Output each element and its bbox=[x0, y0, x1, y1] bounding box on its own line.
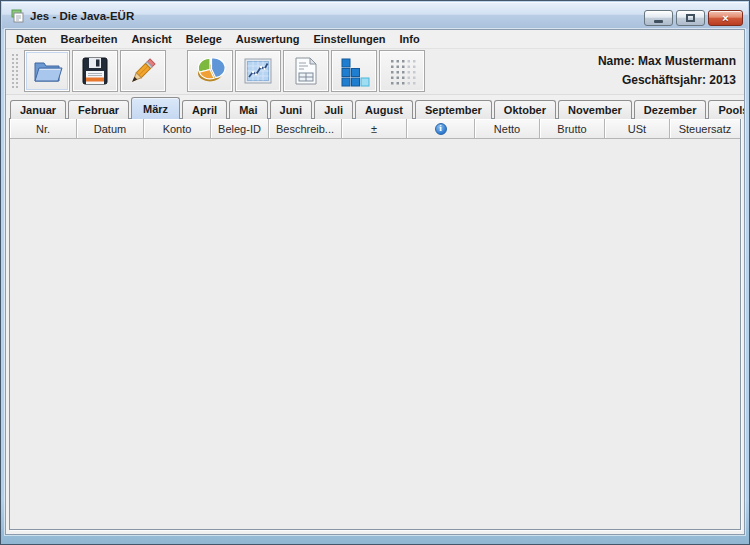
edit-pencil-icon bbox=[127, 55, 159, 87]
tab-november[interactable]: November bbox=[558, 100, 632, 119]
line-chart-button[interactable] bbox=[235, 50, 281, 92]
menu-item-info[interactable]: Info bbox=[393, 31, 427, 47]
user-info: Name: Max Mustermann Geschäftsjahr: 2013 bbox=[598, 55, 738, 87]
tab-januar[interactable]: Januar bbox=[10, 100, 66, 119]
column-header-konto[interactable]: Konto bbox=[144, 119, 211, 139]
table-header-row: Nr.DatumKontoBeleg-IDBeschreib...±NettoB… bbox=[10, 119, 740, 139]
column-header-brutto[interactable]: Brutto bbox=[540, 119, 605, 139]
info-icon bbox=[435, 123, 447, 135]
column-header--[interactable]: ± bbox=[342, 119, 407, 139]
tab-februar[interactable]: Februar bbox=[68, 100, 129, 119]
tab-pools[interactable]: Pools bbox=[708, 100, 745, 119]
pie-chart-button[interactable] bbox=[187, 50, 233, 92]
save-icon bbox=[79, 55, 111, 87]
column-header-info[interactable] bbox=[407, 119, 475, 139]
menu-item-bearbeiten[interactable]: Bearbeiten bbox=[54, 31, 125, 47]
blocks-chart-button[interactable] bbox=[331, 50, 377, 92]
tab-juni[interactable]: Juni bbox=[270, 100, 313, 119]
open-folder-icon bbox=[31, 55, 63, 87]
save-button[interactable] bbox=[72, 50, 118, 92]
tab-april[interactable]: April bbox=[182, 100, 227, 119]
menu-item-daten[interactable]: Daten bbox=[9, 31, 54, 47]
tab-mai[interactable]: Mai bbox=[229, 100, 267, 119]
pie-chart-icon bbox=[194, 55, 226, 87]
toolbar-buttons bbox=[24, 50, 427, 92]
column-header-nr-[interactable]: Nr. bbox=[10, 119, 77, 139]
toolbar-drag-handle[interactable] bbox=[10, 52, 19, 90]
app-icon bbox=[9, 8, 25, 24]
tab-märz[interactable]: März bbox=[131, 97, 180, 119]
fiscal-year-label: Geschäftsjahr: 2013 bbox=[598, 74, 736, 87]
report-icon bbox=[290, 55, 322, 87]
blocks-chart-icon bbox=[338, 55, 370, 87]
grid-button[interactable] bbox=[379, 50, 425, 92]
tab-august[interactable]: August bbox=[355, 100, 413, 119]
line-chart-icon bbox=[242, 55, 274, 87]
minimize-icon bbox=[654, 20, 663, 23]
menu-item-belege[interactable]: Belege bbox=[179, 31, 229, 47]
tab-dezember[interactable]: Dezember bbox=[634, 100, 707, 119]
user-name-label: Name: Max Mustermann bbox=[598, 55, 736, 68]
column-header-beleg-id[interactable]: Beleg-ID bbox=[211, 119, 269, 139]
window-title: Jes - Die Java-EÜR bbox=[30, 10, 134, 22]
minimize-button[interactable] bbox=[644, 10, 673, 26]
tab-oktober[interactable]: Oktober bbox=[494, 100, 556, 119]
grid-dots-icon bbox=[386, 55, 418, 87]
column-header-beschreib-[interactable]: Beschreib... bbox=[269, 119, 342, 139]
menu-item-ansicht[interactable]: Ansicht bbox=[124, 31, 178, 47]
maximize-icon bbox=[686, 14, 695, 22]
report-button[interactable] bbox=[283, 50, 329, 92]
tab-juli[interactable]: Juli bbox=[314, 100, 353, 119]
column-header-ust[interactable]: USt bbox=[605, 119, 670, 139]
menu-bar: DatenBearbeitenAnsichtBelegeAuswertungEi… bbox=[6, 30, 744, 49]
title-bar[interactable]: Jes - Die Java-EÜR × bbox=[2, 2, 748, 29]
app-window: Jes - Die Java-EÜR × DatenBearbeitenAnsi… bbox=[0, 0, 750, 545]
column-header-datum[interactable]: Datum bbox=[77, 119, 144, 139]
month-tabstrip: JanuarFebruarMärzAprilMaiJuniJuliAugustS… bbox=[6, 95, 744, 118]
open-button[interactable] bbox=[24, 50, 70, 92]
edit-button[interactable] bbox=[120, 50, 166, 92]
toolbar: Name: Max Mustermann Geschäftsjahr: 2013 bbox=[6, 49, 744, 95]
close-button[interactable]: × bbox=[708, 10, 743, 26]
tab-september[interactable]: September bbox=[415, 100, 492, 119]
menu-item-auswertung[interactable]: Auswertung bbox=[229, 31, 307, 47]
column-header-steuersatz[interactable]: Steuersatz bbox=[670, 119, 740, 139]
entries-table: Nr.DatumKontoBeleg-IDBeschreib...±NettoB… bbox=[9, 118, 741, 530]
window-controls: × bbox=[644, 10, 743, 26]
table-body bbox=[10, 139, 740, 529]
close-icon: × bbox=[722, 13, 728, 24]
menu-item-einstellungen[interactable]: Einstellungen bbox=[306, 31, 392, 47]
maximize-button[interactable] bbox=[676, 10, 705, 26]
window-content: DatenBearbeitenAnsichtBelegeAuswertungEi… bbox=[5, 29, 745, 535]
column-header-netto[interactable]: Netto bbox=[475, 119, 540, 139]
